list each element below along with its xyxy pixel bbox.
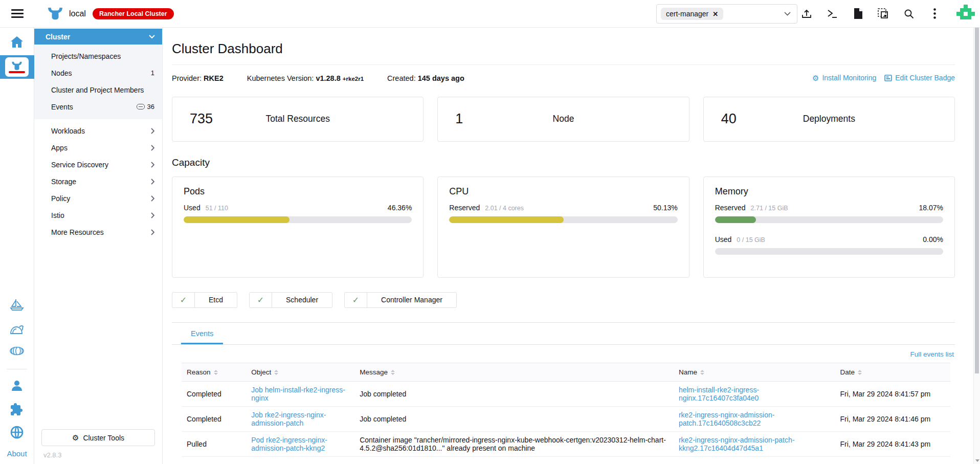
- memory-used-progress-bar: [715, 248, 943, 255]
- chevron-right-icon: [151, 128, 154, 134]
- event-object-link[interactable]: Pod rke2-ingress-nginx-admission-patch-k…: [251, 436, 327, 452]
- event-reason: Completed: [182, 381, 246, 406]
- sort-icon: [391, 370, 395, 375]
- event-row: Completed Job helm-install-rke2-ingress-…: [182, 381, 950, 406]
- page-title: Cluster Dashboard: [172, 41, 955, 57]
- hamburger-menu-icon[interactable]: [0, 9, 34, 18]
- events-tabs: Events: [172, 323, 955, 345]
- column-object[interactable]: Object: [246, 363, 354, 381]
- capacity-heading: Capacity: [172, 157, 955, 168]
- event-date: Fri, Mar 29 2024 8:41:46 pm: [835, 406, 950, 431]
- sidebar-item-cluster-members[interactable]: Cluster and Project Members: [34, 81, 162, 98]
- cluster-tools-button[interactable]: ⚙ Cluster Tools: [41, 429, 155, 446]
- cluster-subnav: Projects/Namespaces Nodes 1 Cluster and …: [34, 45, 162, 119]
- chevron-right-icon: [151, 145, 154, 151]
- active-cluster-icon[interactable]: [0, 55, 34, 79]
- event-date: Fri, Mar 29 2024 8:41:43 pm: [835, 431, 950, 456]
- component-status-row: ✓ Etcd ✓ Scheduler ✓ Controller Manager: [172, 292, 955, 308]
- scrollbar-thumb[interactable]: [975, 28, 979, 373]
- sidebar-item-events[interactable]: Events 36: [34, 98, 162, 115]
- sidebar-item-storage[interactable]: Storage: [34, 173, 162, 190]
- event-date: Fri, Mar 29 2024 8:41:57 pm: [835, 381, 950, 406]
- nodes-count: 1: [151, 69, 154, 77]
- chevron-down-icon: [149, 35, 155, 38]
- badge-icon: [884, 75, 892, 81]
- copy-snapshot-icon[interactable]: [878, 8, 889, 19]
- remove-filter-icon[interactable]: ✕: [712, 10, 718, 18]
- virtualization-management-icon[interactable]: [10, 298, 24, 312]
- gear-icon: ⚙: [72, 434, 79, 441]
- chevron-right-icon: [151, 162, 154, 168]
- continuous-delivery-icon[interactable]: [9, 346, 25, 356]
- column-reason[interactable]: Reason: [182, 363, 246, 381]
- home-icon[interactable]: [10, 36, 24, 48]
- sidebar-item-projects-namespaces[interactable]: Projects/Namespaces: [34, 48, 162, 64]
- about-link[interactable]: About: [7, 449, 27, 458]
- event-object-link[interactable]: Job helm-install-rke2-ingress-nginx: [251, 386, 345, 402]
- brand: local Rancher Local Cluster: [48, 7, 174, 20]
- install-monitoring-link[interactable]: ⚙ Install Monitoring: [812, 74, 876, 82]
- sidebar-section-cluster[interactable]: Cluster: [34, 29, 162, 45]
- namespace-filter-chip: cert-manager ✕: [661, 8, 723, 20]
- progress-fill: [449, 216, 564, 223]
- kebab-menu-icon[interactable]: [929, 8, 940, 19]
- rail-bottom-icons: [10, 380, 24, 439]
- check-icon: ✓: [250, 293, 272, 307]
- cluster-management-icon[interactable]: [10, 323, 24, 335]
- cluster-tile: [5, 57, 29, 77]
- sidebar-item-more-resources[interactable]: More Resources: [34, 224, 162, 240]
- namespace-filter-dropdown[interactable]: cert-manager ✕: [656, 4, 797, 24]
- capacity-cards: Pods Used 51 / 110 46.36% CPU Reserved 2…: [172, 176, 955, 278]
- event-object-link[interactable]: Job rke2-ingress-nginx-admission-patch: [251, 411, 326, 427]
- chevron-right-icon: [151, 229, 154, 235]
- cluster-name: local: [69, 9, 86, 18]
- users-icon[interactable]: [10, 380, 24, 392]
- event-name-link[interactable]: helm-install-rke2-ingress-nginx.17c16407…: [679, 386, 759, 402]
- sort-icon: [858, 370, 862, 375]
- column-name[interactable]: Name: [674, 363, 835, 381]
- sort-icon: [274, 370, 278, 375]
- chevron-right-icon: [151, 179, 154, 185]
- cpu-progress-bar: [449, 216, 677, 223]
- main-shell: About Cluster Projects/Namespaces Nodes …: [0, 28, 980, 464]
- full-events-list-link[interactable]: Full events list: [910, 350, 954, 358]
- event-name-link[interactable]: rke2-ingress-nginx-admission-patch-kkng2…: [679, 436, 794, 452]
- sidebar-item-service-discovery[interactable]: Service Discovery: [34, 156, 162, 173]
- column-date[interactable]: Date: [835, 363, 950, 381]
- total-resources-value: 735: [190, 111, 213, 127]
- import-yaml-icon[interactable]: [801, 8, 812, 19]
- tab-events[interactable]: Events: [181, 323, 223, 344]
- check-icon: ✓: [172, 293, 195, 307]
- event-reason: Pulled: [182, 431, 246, 456]
- vertical-scrollbar[interactable]: [973, 28, 980, 464]
- scrollbar-down-arrow[interactable]: [975, 459, 979, 462]
- rail-mid-icons: [9, 298, 25, 356]
- sidebar-item-nodes[interactable]: Nodes 1: [34, 64, 162, 81]
- user-avatar[interactable]: [956, 5, 975, 23]
- cluster-badge: Rancher Local Cluster: [93, 8, 174, 19]
- node-card: 1 Node: [437, 97, 689, 142]
- deployments-card: 40 Deployments: [703, 97, 955, 142]
- sidebar-item-workloads[interactable]: Workloads: [34, 122, 162, 139]
- progress-fill: [715, 216, 756, 223]
- etcd-status-badge: ✓ Etcd: [172, 292, 237, 308]
- column-message[interactable]: Message: [354, 363, 674, 381]
- kubectl-shell-icon[interactable]: [827, 8, 838, 19]
- topbar-actions: [801, 5, 980, 23]
- sidebar-item-istio[interactable]: Istio: [34, 207, 162, 224]
- cpu-capacity-card: CPU Reserved 2.01 / 4 cores 50.13%: [437, 176, 689, 278]
- title-divider: [172, 64, 955, 65]
- memory-reserved-progress-bar: [715, 216, 943, 223]
- extensions-icon[interactable]: [10, 402, 24, 415]
- edit-cluster-badge-link[interactable]: Edit Cluster Badge: [884, 74, 955, 82]
- globe-icon[interactable]: [10, 426, 24, 439]
- chevron-down-icon: [784, 12, 791, 16]
- file-icon[interactable]: [852, 8, 863, 19]
- pods-capacity-card: Pods Used 51 / 110 46.36%: [172, 176, 424, 278]
- sidebar-item-apps[interactable]: Apps: [34, 139, 162, 156]
- search-icon[interactable]: [903, 8, 915, 19]
- sidebar-item-policy[interactable]: Policy: [34, 190, 162, 207]
- event-name-link[interactable]: rke2-ingress-nginx-admission-patch.17c16…: [679, 411, 775, 427]
- gear-icon: ⚙: [812, 74, 819, 82]
- event-message: Container image "rancher/mirrored-ingres…: [354, 431, 674, 456]
